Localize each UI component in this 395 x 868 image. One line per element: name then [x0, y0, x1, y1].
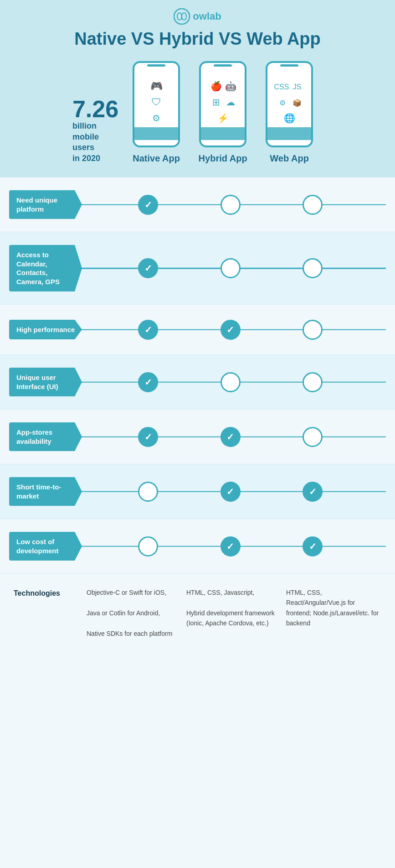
- criterion-label-6: Low cost of development: [9, 532, 82, 561]
- web-phone: CSS JS ⚙ 📦 🌐: [264, 60, 314, 149]
- criterion-label-2: High performance: [9, 320, 82, 340]
- criterion-label-1: Access to Calendar, Contacts, Camera, GP…: [9, 245, 82, 291]
- criterion-row-0: Need unique platform✓: [0, 177, 395, 232]
- native-tech: Objective-C or Swift for iOS, Java or Co…: [87, 587, 182, 639]
- svg-text:⚡: ⚡: [217, 113, 229, 124]
- node-hybrid-2: ✓: [221, 320, 241, 340]
- node-hybrid-0: [221, 195, 241, 215]
- criterion-row-6: Low cost of development✓✓: [0, 519, 395, 574]
- node-native-6: [138, 536, 158, 556]
- node-hybrid-5: ✓: [221, 482, 241, 502]
- web-phone-col: CSS JS ⚙ 📦 🌐 Web App: [264, 60, 314, 164]
- node-web-6: ✓: [303, 536, 323, 556]
- node-native-2: ✓: [138, 320, 158, 340]
- node-native-4: ✓: [138, 427, 158, 447]
- node-hybrid-1: [221, 258, 241, 278]
- node-web-3: [303, 372, 323, 392]
- node-native-0: ✓: [138, 195, 158, 215]
- svg-text:🤖: 🤖: [225, 81, 236, 92]
- node-native-3: ✓: [138, 372, 158, 392]
- node-native-5: [138, 482, 158, 502]
- logo: owlab: [9, 8, 386, 25]
- timeline-0: ✓: [81, 193, 386, 216]
- svg-text:🍎: 🍎: [210, 81, 222, 92]
- node-hybrid-4: ✓: [221, 427, 241, 447]
- svg-rect-5: [147, 64, 165, 67]
- svg-rect-19: [280, 64, 298, 67]
- tech-section: Technologies Objective-C or Swift for iO…: [0, 574, 395, 657]
- main-title: Native VS Hybrid VS Web App: [9, 29, 386, 49]
- logo-icon: [174, 8, 190, 25]
- node-web-0: [303, 195, 323, 215]
- timeline-2: ✓✓: [81, 318, 386, 341]
- stat-block: 7.26 billionmobileusersin 2020: [72, 97, 118, 164]
- timeline-5: ✓✓: [81, 480, 386, 503]
- node-hybrid-6: ✓: [221, 536, 241, 556]
- native-phone: 🎮 🛡 ⚙: [131, 60, 181, 149]
- criterion-row-5: Short time-to-market✓✓: [0, 464, 395, 519]
- timeline-6: ✓✓: [81, 535, 386, 558]
- node-native-1: ✓: [138, 258, 158, 278]
- tech-cols: Objective-C or Swift for iOS, Java or Co…: [87, 587, 381, 639]
- logo-text: owlab: [193, 10, 221, 22]
- svg-point-1: [177, 13, 182, 20]
- phones-row: 7.26 billionmobileusersin 2020 🎮 🛡 ⚙ Nat…: [9, 60, 386, 164]
- svg-rect-10: [200, 127, 246, 140]
- criterion-row-1: Access to Calendar, Contacts, Camera, GP…: [0, 232, 395, 305]
- svg-rect-18: [267, 127, 312, 140]
- svg-text:🎮: 🎮: [150, 80, 163, 92]
- tech-row: Technologies Objective-C or Swift for iO…: [14, 587, 381, 639]
- web-tech: HTML, CSS, React/Angular/Vue.js for fron…: [286, 587, 381, 639]
- node-web-5: ✓: [303, 482, 323, 502]
- criterion-row-4: App-stores availability✓✓: [0, 410, 395, 464]
- svg-text:☁: ☁: [226, 97, 235, 107]
- svg-rect-4: [133, 127, 179, 140]
- timeline-1: ✓: [81, 257, 386, 280]
- header-section: owlab Native VS Hybrid VS Web App 7.26 b…: [0, 0, 395, 177]
- svg-rect-11: [214, 64, 232, 67]
- timeline-3: ✓: [81, 371, 386, 394]
- native-phone-col: 🎮 🛡 ⚙ Native App: [131, 60, 181, 164]
- node-hybrid-3: [221, 372, 241, 392]
- hybrid-phone-col: 🍎 🤖 ⊞ ☁ ⚡ Hybrid App: [198, 60, 248, 164]
- hybrid-phone: 🍎 🤖 ⊞ ☁ ⚡: [198, 60, 248, 149]
- node-web-1: [303, 258, 323, 278]
- tech-label: Technologies: [14, 587, 87, 598]
- svg-text:⊞: ⊞: [212, 97, 220, 107]
- criterion-label-3: Unique user Interface (UI): [9, 368, 82, 396]
- criterion-row-2: High performance✓✓: [0, 305, 395, 355]
- node-web-4: [303, 427, 323, 447]
- node-web-2: [303, 320, 323, 340]
- svg-text:🌐: 🌐: [284, 113, 295, 124]
- criterion-label-0: Need unique platform: [9, 190, 82, 219]
- svg-point-2: [182, 13, 186, 20]
- hybrid-phone-label: Hybrid App: [199, 153, 247, 164]
- svg-text:🛡: 🛡: [151, 96, 161, 108]
- criterion-label-4: App-stores availability: [9, 422, 82, 451]
- svg-text:⚙: ⚙: [152, 113, 160, 123]
- stat-desc: billionmobileusersin 2020: [72, 121, 118, 164]
- native-phone-label: Native App: [133, 153, 180, 164]
- criterion-row-3: Unique user Interface (UI)✓: [0, 355, 395, 410]
- svg-text:JS: JS: [293, 83, 302, 91]
- criterion-label-5: Short time-to-market: [9, 477, 82, 506]
- hybrid-tech: HTML, CSS, Javascript, Hybrid developmen…: [186, 587, 282, 639]
- timeline-4: ✓✓: [81, 426, 386, 448]
- svg-text:⚙: ⚙: [279, 99, 286, 107]
- svg-text:CSS: CSS: [274, 83, 289, 91]
- svg-text:📦: 📦: [292, 99, 302, 107]
- stat-number: 7.26: [72, 97, 118, 121]
- criteria-section: Need unique platform✓Access to Calendar,…: [0, 177, 395, 574]
- web-phone-label: Web App: [270, 153, 309, 164]
